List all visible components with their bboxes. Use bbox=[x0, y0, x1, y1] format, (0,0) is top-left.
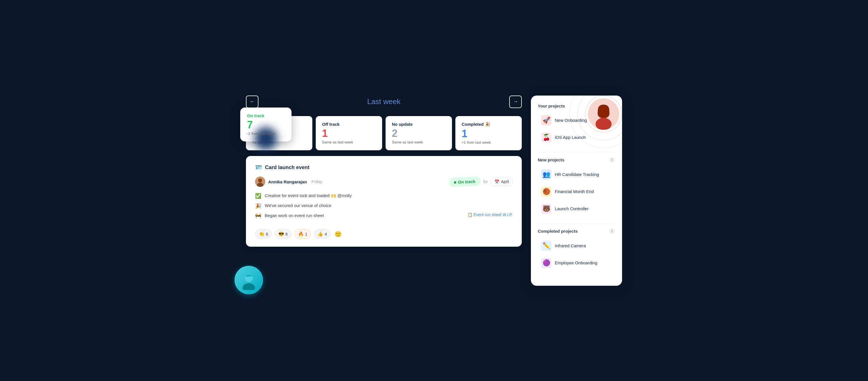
completed-projects-header: Completed projects 3 bbox=[538, 228, 615, 234]
status-dot bbox=[454, 181, 456, 183]
completed-change: +1 from last week bbox=[462, 140, 516, 145]
clap-emoji: 👏 bbox=[259, 231, 265, 237]
divider-2 bbox=[538, 224, 615, 224]
new-projects-count: 5 bbox=[609, 157, 615, 163]
project-employee-onboarding[interactable]: 🟣 Employee Onboarding bbox=[538, 255, 615, 271]
next-button[interactable]: → bbox=[509, 95, 522, 108]
reaction-cool[interactable]: 😎 6 bbox=[275, 229, 291, 239]
off-track-change: Same as last week bbox=[322, 140, 376, 144]
bottom-avatar bbox=[235, 266, 263, 294]
launch-controller-name: Launch Controller bbox=[555, 206, 588, 211]
new-projects-list: 👥 HR Candidate Tracking 🏀 Financial Mont… bbox=[538, 167, 615, 217]
party-icon: 🎉 bbox=[255, 203, 261, 209]
off-track-label: Off track bbox=[322, 122, 376, 127]
reaction-clap[interactable]: 👏 6 bbox=[255, 229, 272, 239]
left-section: ← Last week → On track 7 -2 from last we… bbox=[246, 95, 522, 286]
completed-projects-title: Completed projects bbox=[538, 229, 578, 234]
financial-icon: 🏀 bbox=[541, 186, 551, 197]
no-update-value: 2 bbox=[392, 128, 446, 139]
list-item: 🚧 Began work on event run sheet 📋 Event … bbox=[255, 212, 513, 219]
completed-value: 1 bbox=[462, 128, 516, 140]
employee-onboarding-icon: 🟣 bbox=[541, 258, 551, 268]
no-update-card: No update 2 Same as last week bbox=[385, 116, 452, 151]
on-track-value: 7 bbox=[247, 119, 285, 130]
on-track-card: On track 7 -2 from last week bbox=[240, 108, 291, 142]
fire-count: 1 bbox=[305, 232, 308, 236]
completed-card: Completed 🎉 1 +1 from last week bbox=[455, 116, 522, 151]
month-badge: 📅 April bbox=[491, 177, 513, 186]
financial-name: Financial Month End bbox=[555, 189, 594, 194]
update-items: ✅ Creative for event lock and loaded 🙌 @… bbox=[255, 193, 513, 219]
user-day: Friday bbox=[311, 179, 322, 184]
event-runsheet-link[interactable]: 📋 Event run sheet W.I.P. bbox=[468, 212, 513, 217]
item-text: Creative for event lock and loaded 🙌 @mo… bbox=[265, 193, 513, 199]
reaction-fire[interactable]: 🔥 1 bbox=[294, 229, 311, 239]
launch-controller-icon: 🐻 bbox=[541, 204, 551, 214]
clap-count: 6 bbox=[266, 232, 268, 236]
item-text: Began work on event run sheet bbox=[265, 212, 462, 219]
project-infrared-camera[interactable]: ✏️ Infrared Camera bbox=[538, 238, 615, 254]
off-track-value: 1 bbox=[322, 128, 376, 139]
card-icon: 🪪 bbox=[255, 164, 262, 171]
right-panel: Your projects 🚀 New Onboarding 🍒 iOS App… bbox=[531, 95, 622, 286]
check-icon: ✅ bbox=[255, 193, 261, 199]
thumbsup-count: 4 bbox=[324, 232, 327, 236]
completed-projects-list: ✏️ Infrared Camera 🟣 Employee Onboarding bbox=[538, 238, 615, 271]
card-header: 🪪 Card launch event bbox=[255, 164, 513, 171]
list-item: 🎉 We've secured our venue of choice bbox=[255, 203, 513, 209]
fire-emoji: 🔥 bbox=[298, 231, 304, 237]
no-update-label: No update bbox=[392, 122, 446, 127]
avatar bbox=[255, 177, 265, 187]
thumbsup-emoji: 👍 bbox=[317, 231, 323, 237]
infrared-camera-name: Infrared Camera bbox=[555, 243, 586, 248]
infrared-camera-icon: ✏️ bbox=[541, 241, 551, 251]
hr-tracking-icon: 👥 bbox=[541, 169, 551, 180]
item-text: We've secured our venue of choice bbox=[265, 203, 513, 209]
cool-emoji: 😎 bbox=[278, 231, 284, 237]
stats-row: On track 7 -2 from last week At risk 3 +… bbox=[246, 116, 522, 151]
new-onboarding-icon: 🚀 bbox=[541, 115, 551, 125]
cool-count: 6 bbox=[285, 232, 288, 236]
employee-onboarding-name: Employee Onboarding bbox=[555, 260, 597, 265]
update-meta: Annika Rangarajan Friday On track for 📅 … bbox=[255, 177, 513, 187]
calendar-icon: 📅 bbox=[494, 179, 499, 184]
list-item: ✅ Creative for event lock and loaded 🙌 @… bbox=[255, 193, 513, 199]
status-badge: On track bbox=[448, 176, 480, 187]
reaction-thumbsup[interactable]: 👍 4 bbox=[314, 229, 331, 239]
project-launch-controller[interactable]: 🐻 Launch Controller bbox=[538, 201, 615, 217]
add-reaction-button[interactable]: 🙂 bbox=[335, 231, 342, 238]
page-title: Last week bbox=[367, 97, 400, 106]
on-track-label: On track bbox=[247, 113, 285, 118]
construction-icon: 🚧 bbox=[255, 213, 261, 219]
ios-launch-icon: 🍒 bbox=[541, 132, 551, 143]
update-card: 🪪 Card launch event Annika Rangarajan Fr… bbox=[246, 156, 522, 247]
completed-projects-count: 3 bbox=[609, 228, 615, 234]
user-info: Annika Rangarajan Friday bbox=[255, 177, 322, 187]
user-name: Annika Rangarajan bbox=[268, 179, 307, 184]
prev-button[interactable]: ← bbox=[246, 95, 258, 108]
svg-point-5 bbox=[243, 283, 255, 290]
svg-point-8 bbox=[596, 118, 612, 130]
user-avatar-illustration bbox=[588, 98, 619, 130]
project-financial[interactable]: 🏀 Financial Month End bbox=[538, 184, 615, 200]
no-update-change: Same as last week bbox=[392, 140, 446, 144]
project-hr-tracking[interactable]: 👥 HR Candidate Tracking bbox=[538, 167, 615, 182]
svg-point-1 bbox=[258, 178, 262, 182]
on-track-change: -2 from last week bbox=[247, 131, 285, 136]
reactions-row: 👏 6 😎 6 🔥 1 👍 4 🙂 bbox=[255, 225, 513, 239]
divider-1 bbox=[538, 152, 615, 153]
for-label: for bbox=[483, 179, 488, 184]
nav-row: ← Last week → bbox=[246, 95, 522, 108]
card-title: Card launch event bbox=[265, 165, 309, 171]
new-projects-header: New projects 5 bbox=[538, 157, 615, 163]
status-badge-container: On track for 📅 April bbox=[449, 177, 513, 186]
off-track-card: Off track 1 Same as last week bbox=[316, 116, 382, 151]
new-projects-title: New projects bbox=[538, 157, 564, 162]
link-icon: 📋 bbox=[468, 212, 472, 217]
completed-label: Completed 🎉 bbox=[462, 122, 516, 127]
hr-tracking-name: HR Candidate Tracking bbox=[555, 172, 599, 177]
